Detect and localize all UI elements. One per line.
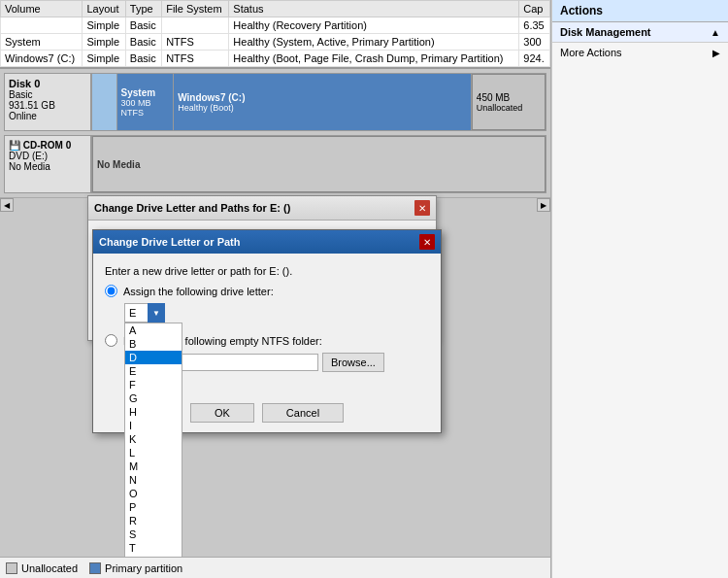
col-status[interactable]: Status [229, 1, 519, 17]
drive-dropdown-wrapper: EABDEFGHIKLMNOPRSTUVWXYZ ▼ ABDEFGHIKLMNO… [124, 303, 165, 323]
legend: Unallocated Primary partition [0, 557, 550, 578]
cell-volume: Windows7 (C:) [1, 51, 83, 67]
dialog-front-cancel-button[interactable]: Cancel [262, 403, 344, 423]
dialog-change-drive-front: Change Drive Letter or Path ✕ Enter a ne… [92, 229, 442, 433]
cell-cap: 924. [519, 51, 550, 67]
cell-layout: Simple [83, 51, 125, 67]
dropdown-list-item[interactable]: A [125, 323, 182, 337]
legend-primary-label: Primary partition [105, 562, 182, 574]
cell-layout: Simple [83, 34, 125, 51]
more-actions-label: More Actions [560, 47, 622, 58]
dialog-front-content: Enter a new drive letter or path for E: … [93, 254, 441, 401]
chevron-right-icon: ▶ [712, 48, 720, 58]
dropdown-list-item[interactable]: P [125, 500, 182, 514]
dropdown-list[interactable]: ABDEFGHIKLMNOPRSTUVWXYZ [124, 323, 182, 557]
drive-letter-display[interactable]: E [124, 303, 165, 323]
cell-layout: Simple [83, 17, 125, 34]
cell-type: Basic [125, 34, 161, 51]
dialog-behind-titlebar: Change Drive Letter and Paths for E: () … [88, 196, 436, 221]
actions-header: Actions [552, 0, 728, 22]
close-dialog-front-button[interactable]: ✕ [419, 234, 435, 250]
cell-status: Healthy (Boot, Page File, Crash Dump, Pr… [229, 51, 519, 67]
radio-assign-letter[interactable] [105, 285, 117, 297]
dropdown-list-item[interactable]: O [125, 487, 182, 500]
more-actions-item[interactable]: More Actions ▶ [552, 43, 728, 62]
cell-fs: NTFS [162, 51, 229, 67]
close-dialog-behind-button[interactable]: ✕ [414, 200, 430, 216]
chevron-up-icon: ▲ [711, 27, 720, 38]
table-row[interactable]: System Simple Basic NTFS Healthy (System… [1, 34, 550, 51]
dropdown-list-item[interactable]: K [125, 432, 182, 446]
dialog-front-title: Change Drive Letter or Path [99, 236, 240, 248]
cell-volume: System [1, 34, 83, 51]
dropdown-list-item[interactable]: F [125, 378, 182, 391]
cell-type: Basic [125, 51, 161, 67]
radio-mount-folder[interactable] [105, 334, 117, 347]
dropdown-list-item[interactable]: R [125, 514, 182, 527]
dialog-front-ok-button[interactable]: OK [190, 403, 254, 423]
col-layout[interactable]: Layout [83, 1, 125, 17]
disk-table: Volume Layout Type File System Status Ca… [0, 0, 550, 69]
cell-volume [1, 17, 83, 34]
legend-primary: Primary partition [89, 562, 182, 574]
table-row[interactable]: Windows7 (C:) Simple Basic NTFS Healthy … [1, 51, 550, 67]
disk-management-label: Disk Management [560, 26, 651, 38]
col-cap[interactable]: Cap [519, 1, 550, 17]
actions-title: Actions [560, 4, 603, 17]
dropdown-list-item[interactable]: N [125, 473, 182, 487]
cell-status: Healthy (Recovery Partition) [229, 17, 519, 34]
col-volume[interactable]: Volume [1, 1, 83, 17]
dropdown-list-item[interactable]: T [125, 541, 182, 555]
disk-management-action[interactable]: Disk Management ▲ [552, 22, 728, 43]
modal-overlay: Change Drive Letter and Paths for E: () … [0, 69, 550, 557]
legend-unallocated: Unallocated [6, 562, 78, 574]
cell-fs [162, 17, 229, 34]
radio-assign-label: Assign the following drive letter: [123, 286, 274, 297]
dropdown-list-item[interactable]: L [125, 446, 182, 459]
cell-status: Healthy (System, Active, Primary Partiti… [229, 34, 519, 51]
legend-unallocated-box [6, 562, 17, 574]
dropdown-list-item[interactable]: H [125, 405, 182, 419]
cell-fs: NTFS [162, 34, 229, 51]
cell-type: Basic [125, 17, 161, 34]
dropdown-list-item[interactable]: G [125, 391, 182, 405]
actions-panel: Actions Disk Management ▲ More Actions ▶ [551, 0, 728, 578]
table-row[interactable]: Simple Basic Healthy (Recovery Partition… [1, 17, 550, 34]
cell-cap: 300 [519, 34, 550, 51]
dialog-description: Enter a new drive letter or path for E: … [105, 265, 429, 277]
dropdown-list-item[interactable]: M [125, 459, 182, 473]
dropdown-list-item[interactable]: U [125, 555, 182, 557]
cell-cap: 6.35 [519, 17, 550, 34]
disk-graphical-view: Disk 0 Basic 931.51 GB Online System 300… [0, 69, 550, 557]
dropdown-list-item[interactable]: B [125, 337, 182, 351]
dropdown-list-item[interactable]: I [125, 419, 182, 432]
dialog-front-titlebar: Change Drive Letter or Path ✕ [93, 230, 441, 254]
col-filesystem[interactable]: File System [162, 1, 229, 17]
radio-row-drive-letter: Assign the following drive letter: [105, 285, 429, 297]
radio-group: Assign the following drive letter: EABDE… [105, 285, 429, 380]
dialog-behind-title: Change Drive Letter and Paths for E: () [94, 202, 290, 214]
legend-primary-box [89, 562, 101, 574]
dropdown-list-item[interactable]: S [125, 527, 182, 541]
dropdown-list-item[interactable]: D [125, 351, 182, 364]
col-type[interactable]: Type [125, 1, 161, 17]
legend-unallocated-label: Unallocated [21, 562, 78, 574]
dropdown-list-item[interactable]: E [125, 364, 182, 378]
browse-button[interactable]: Browse... [322, 353, 384, 372]
drive-select-row: EABDEFGHIKLMNOPRSTUVWXYZ ▼ ABDEFGHIKLMNO… [124, 303, 429, 323]
